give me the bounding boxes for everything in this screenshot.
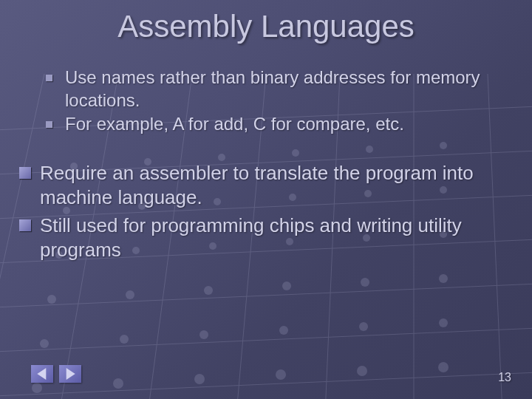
nav-controls (31, 365, 81, 383)
page-number: 13 (498, 371, 511, 384)
next-button[interactable] (59, 365, 81, 383)
list-item: Still used for programming chips and wri… (19, 214, 508, 263)
list-item: Use names rather than binary addresses f… (46, 66, 508, 112)
triangle-right-icon (65, 368, 75, 380)
triangle-left-icon (37, 368, 47, 380)
main-bullet-list: Require an assembler to translate the pr… (19, 161, 508, 262)
list-item: Require an assembler to translate the pr… (19, 161, 508, 211)
slide-title: Assembly Languages (0, 0, 532, 44)
prev-button[interactable] (31, 365, 53, 383)
svg-marker-51 (66, 368, 75, 380)
sub-bullet-list: Use names rather than binary addresses f… (46, 66, 508, 136)
svg-marker-50 (37, 368, 46, 380)
list-item: For example, A for add, C for compare, e… (46, 113, 508, 136)
slide-body: Use names rather than binary addresses f… (0, 44, 532, 262)
